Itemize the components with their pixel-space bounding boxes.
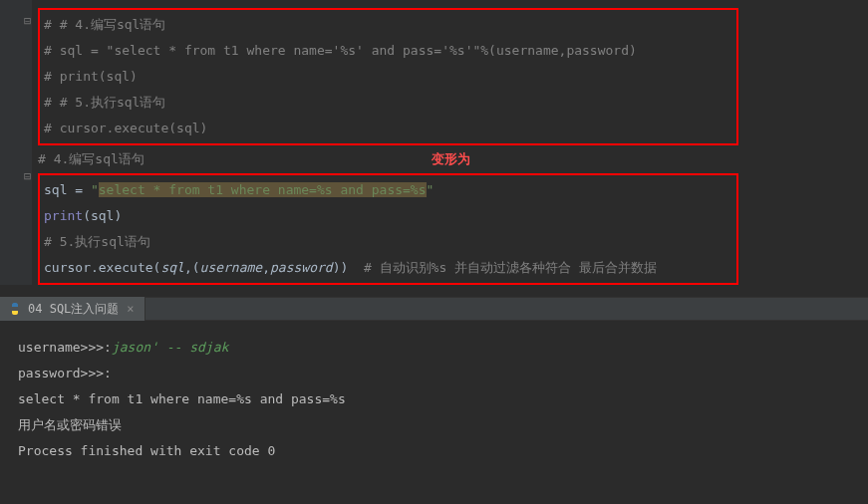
console-line: password>>>: <box>18 361 850 386</box>
code-line[interactable]: sql = "select * from t1 where name=%s an… <box>44 177 736 203</box>
console-line: Process finished with exit code 0 <box>18 438 850 464</box>
code-line[interactable]: # sql = "select * from t1 where name='%s… <box>44 38 736 64</box>
tab-title: 04 SQL注入问题 <box>28 301 119 318</box>
fold-icon[interactable]: ⊟ <box>24 8 31 34</box>
console-tab-bar: 04 SQL注入问题 × <box>0 297 868 321</box>
code-line[interactable]: # print(sql) <box>44 64 736 90</box>
close-icon[interactable]: × <box>125 302 136 316</box>
annotation-label: 变形为 <box>412 145 491 173</box>
code-line[interactable]: # 5.执行sql语句 <box>44 229 736 255</box>
fold-icon[interactable]: ⊟ <box>24 163 31 189</box>
code-line[interactable]: # 4.编写sql语句 变形为 <box>38 145 868 173</box>
code-content[interactable]: # # 4.编写sql语句 # sql = "select * from t1 … <box>32 8 868 285</box>
code-line[interactable]: # cursor.execute(sql) <box>44 116 736 141</box>
console-line: select * from t1 where name=%s and pass=… <box>18 386 850 412</box>
code-line[interactable]: # # 5.执行sql语句 <box>44 90 736 116</box>
console-line: 用户名或密码错误 <box>18 412 850 438</box>
comment-text: # 4.编写sql语句 <box>38 151 145 166</box>
code-editor: ⊟ ⊟ # # 4.编写sql语句 # sql = "select * from… <box>0 0 868 285</box>
console-tab[interactable]: 04 SQL注入问题 × <box>0 297 145 321</box>
code-line[interactable]: # # 4.编写sql语句 <box>44 12 736 38</box>
highlight-box-after: sql = "select * from t1 where name=%s an… <box>38 173 738 285</box>
python-icon <box>8 302 22 316</box>
console-output[interactable]: username>>>:jason' -- sdjak password>>>:… <box>0 321 868 478</box>
console-line: username>>>:jason' -- sdjak <box>18 335 850 361</box>
editor-gutter <box>0 0 32 285</box>
code-line[interactable]: cursor.execute(sql,(username,password)) … <box>44 255 736 281</box>
highlight-box-before: # # 4.编写sql语句 # sql = "select * from t1 … <box>38 8 738 145</box>
code-line[interactable]: print(sql) <box>44 203 736 229</box>
